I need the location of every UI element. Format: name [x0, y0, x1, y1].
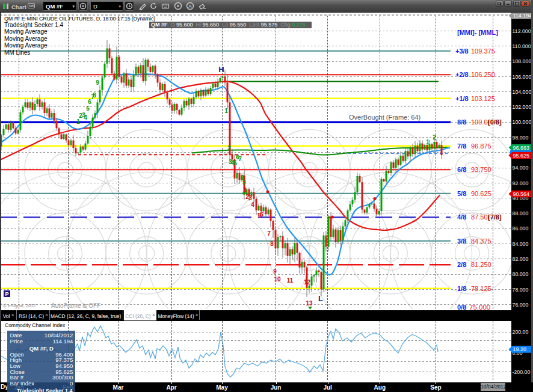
svg-text:109.375: 109.375 — [471, 47, 495, 55]
svg-text:4: 4 — [251, 201, 254, 208]
svg-text:+3/8: +3/8 — [455, 47, 469, 55]
svg-text:5: 5 — [86, 105, 90, 112]
svg-text:86.000: 86.000 — [513, 225, 529, 231]
svg-text:9: 9 — [242, 179, 246, 186]
svg-text:103.125: 103.125 — [471, 95, 495, 102]
svg-text:9: 9 — [273, 268, 277, 275]
svg-text:H: H — [218, 65, 224, 74]
svg-text:1: 1 — [224, 108, 228, 114]
svg-text:Commodity Channel Index: Commodity Channel Index — [5, 322, 66, 328]
svg-text:81.250: 81.250 — [471, 261, 491, 268]
svg-text:1: 1 — [76, 118, 80, 125]
svg-text:1: 1 — [426, 139, 430, 145]
svg-text:4: 4 — [84, 114, 87, 121]
svg-text:8: 8 — [93, 92, 96, 99]
svg-text:82.000: 82.000 — [513, 256, 529, 262]
svg-text:2: 2 — [433, 134, 436, 141]
svg-text:19.20: 19.20 — [513, 346, 527, 352]
svg-text:114.194: 114.194 — [513, 13, 532, 19]
svg-text:112.000: 112.000 — [513, 28, 531, 34]
svg-text:78.125: 78.125 — [471, 285, 491, 292]
svg-text:88.000: 88.000 — [513, 210, 529, 216]
svg-text:12: 12 — [304, 279, 311, 286]
svg-text:5: 5 — [233, 160, 237, 167]
svg-text:6/8: 6/8 — [457, 166, 466, 173]
svg-text:Moving Average: Moving Average — [4, 28, 48, 35]
svg-text:A: A — [188, 4, 192, 9]
svg-text:110.000: 110.000 — [513, 43, 531, 49]
svg-text:7: 7 — [238, 156, 242, 162]
svg-text:84.375: 84.375 — [471, 237, 491, 245]
svg-text:Moving Average: Moving Average — [4, 42, 48, 49]
svg-text:-200.00: -200.00 — [513, 369, 531, 375]
svg-text:8/8: 8/8 — [457, 118, 466, 126]
svg-text:100.000: 100.000 — [513, 119, 532, 125]
svg-text:6: 6 — [260, 211, 263, 218]
svg-text:106.000: 106.000 — [513, 74, 532, 80]
svg-text:87.50(: 87.50( — [471, 213, 490, 221]
svg-text:9: 9 — [96, 79, 99, 86]
svg-text:94.000: 94.000 — [513, 165, 529, 171]
svg-text:+1/8: +1/8 — [455, 95, 469, 102]
svg-text:QM #F E-MINI CRUDE OIL FUTURES: QM #F E-MINI CRUDE OIL FUTURES, D, 18:00… — [4, 16, 155, 22]
svg-text:Moving Average: Moving Average — [4, 35, 48, 42]
svg-text:76.000: 76.000 — [513, 302, 529, 308]
svg-text:5/8: 5/8 — [457, 190, 466, 197]
svg-text:90.625: 90.625 — [471, 190, 491, 197]
svg-text:92.000: 92.000 — [513, 180, 529, 186]
svg-text:Tradesight Seeker 1.4: Tradesight Seeker 1.4 — [4, 22, 63, 28]
svg-text:3/8: 3/8 — [457, 237, 466, 245]
svg-text:106.250: 106.250 — [471, 71, 495, 78]
svg-text:96.663: 96.663 — [513, 145, 530, 151]
svg-text:10: 10 — [274, 276, 281, 283]
svg-text:L: L — [318, 294, 323, 303]
svg-text:P: P — [5, 291, 8, 297]
svg-text:2: 2 — [227, 145, 231, 152]
svg-text:MM Lines: MM Lines — [4, 49, 30, 56]
svg-text:AutoFrame is OFF: AutoFrame is OFF — [51, 302, 100, 309]
svg-text:3: 3 — [248, 195, 252, 201]
svg-text:11: 11 — [287, 277, 294, 284]
svg-text:95.625: 95.625 — [513, 153, 530, 159]
svg-text:80.000: 80.000 — [513, 271, 529, 277]
svg-text:8: 8 — [270, 240, 274, 247]
svg-text:+2/8: +2/8 — [455, 71, 469, 78]
svg-text:[7/8]: [7/8] — [488, 213, 502, 221]
svg-text:OverBought (Frame: 64): OverBought (Frame: 64) — [349, 114, 421, 121]
svg-text:98.000: 98.000 — [513, 135, 529, 141]
svg-text:7: 7 — [267, 230, 271, 237]
svg-text:100.0(: 100.0( — [471, 118, 490, 126]
svg-text:102.000: 102.000 — [513, 104, 532, 110]
svg-text:13: 13 — [306, 300, 313, 307]
svg-text:93.750: 93.750 — [471, 166, 491, 173]
svg-text:108.000: 108.000 — [513, 58, 532, 64]
svg-text:[MMI]- [MML]: [MMI]- [MML] — [457, 29, 498, 36]
svg-text:200.00: 200.00 — [513, 329, 529, 335]
svg-text:78.000: 78.000 — [513, 287, 529, 293]
svg-text:104.000: 104.000 — [513, 89, 532, 95]
svg-text:© eSignal, 2012: © eSignal, 2012 — [4, 303, 35, 308]
svg-text:2/8: 2/8 — [457, 261, 466, 268]
svg-text:1/8: 1/8 — [457, 285, 466, 292]
svg-text:84.000: 84.000 — [513, 241, 529, 247]
svg-text:4/8: 4/8 — [457, 213, 466, 221]
svg-text:[0/8]: [0/8] — [488, 118, 502, 126]
svg-text:90.564: 90.564 — [513, 191, 530, 197]
svg-text:96.875: 96.875 — [471, 142, 491, 150]
svg-text:7/8: 7/8 — [457, 142, 466, 150]
